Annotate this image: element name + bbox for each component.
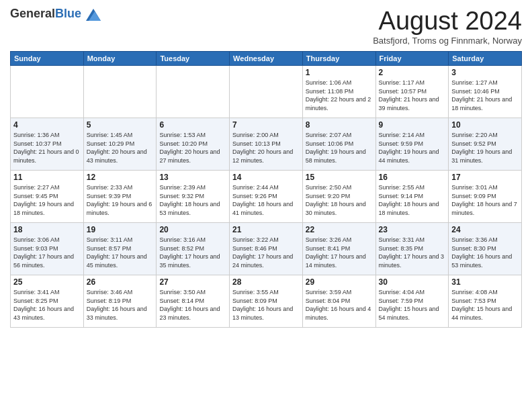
table-row: 4Sunrise: 1:36 AMSunset: 10:37 PMDayligh…	[11, 118, 84, 171]
day-number: 20	[159, 225, 226, 234]
day-number: 5	[87, 120, 154, 130]
table-row: 1Sunrise: 1:06 AMSunset: 11:08 PMDayligh…	[302, 66, 375, 118]
table-row	[230, 66, 303, 118]
calendar-header-row: SundayMondayTuesdayWednesdayThursdayFrid…	[11, 52, 522, 66]
day-number: 27	[159, 277, 226, 287]
day-info: Sunrise: 1:45 AMSunset: 10:29 PMDaylight…	[87, 131, 154, 165]
day-info: Sunrise: 2:20 AMSunset: 9:52 PMDaylight:…	[451, 131, 519, 165]
table-row: 23Sunrise: 3:31 AMSunset: 8:35 PMDayligh…	[375, 223, 449, 275]
day-info: Sunrise: 2:55 AMSunset: 9:14 PMDaylight:…	[379, 183, 446, 217]
logo-icon	[86, 9, 101, 21]
day-number: 26	[87, 277, 154, 287]
day-number: 23	[379, 225, 446, 234]
day-number: 24	[451, 225, 519, 234]
header-sunday: Sunday	[11, 52, 84, 66]
header-saturday: Saturday	[449, 52, 522, 66]
day-number: 1	[306, 68, 373, 77]
day-number: 28	[232, 277, 300, 287]
day-number: 10	[451, 120, 519, 130]
day-number: 31	[451, 277, 519, 287]
day-info: Sunrise: 3:36 AMSunset: 8:30 PMDaylight:…	[451, 236, 519, 269]
header-tuesday: Tuesday	[157, 52, 230, 66]
table-row: 29Sunrise: 3:59 AMSunset: 8:04 PMDayligh…	[302, 275, 375, 328]
day-info: Sunrise: 3:26 AMSunset: 8:41 PMDaylight:…	[306, 236, 373, 269]
day-number: 21	[232, 225, 300, 234]
table-row: 20Sunrise: 3:16 AMSunset: 8:52 PMDayligh…	[157, 223, 230, 275]
table-row: 22Sunrise: 3:26 AMSunset: 8:41 PMDayligh…	[302, 223, 375, 275]
day-number: 11	[13, 173, 81, 182]
day-info: Sunrise: 2:14 AMSunset: 9:59 PMDaylight:…	[379, 131, 446, 165]
location-title: Batsfjord, Troms og Finnmark, Norway	[373, 36, 522, 46]
day-info: Sunrise: 3:46 AMSunset: 8:19 PMDaylight:…	[87, 288, 154, 322]
day-info: Sunrise: 2:00 AMSunset: 10:13 PMDaylight…	[232, 131, 300, 165]
day-info: Sunrise: 3:01 AMSunset: 9:09 PMDaylight:…	[451, 183, 519, 217]
table-row: 9Sunrise: 2:14 AMSunset: 9:59 PMDaylight…	[375, 118, 449, 171]
table-row: 19Sunrise: 3:11 AMSunset: 8:57 PMDayligh…	[83, 223, 157, 275]
calendar-week-1: 1Sunrise: 1:06 AMSunset: 11:08 PMDayligh…	[11, 66, 522, 118]
day-info: Sunrise: 3:55 AMSunset: 8:09 PMDaylight:…	[232, 288, 300, 322]
header-wednesday: Wednesday	[230, 52, 303, 66]
day-number: 19	[87, 225, 154, 234]
header-friday: Friday	[375, 52, 449, 66]
day-number: 22	[306, 225, 373, 234]
table-row: 15Sunrise: 2:50 AMSunset: 9:20 PMDayligh…	[302, 171, 375, 223]
table-row: 21Sunrise: 3:22 AMSunset: 8:46 PMDayligh…	[230, 223, 303, 275]
day-info: Sunrise: 3:22 AMSunset: 8:46 PMDaylight:…	[232, 236, 300, 269]
day-number: 8	[306, 120, 373, 130]
day-info: Sunrise: 2:44 AMSunset: 9:26 PMDaylight:…	[232, 183, 300, 217]
table-row: 28Sunrise: 3:55 AMSunset: 8:09 PMDayligh…	[230, 275, 303, 328]
table-row: 7Sunrise: 2:00 AMSunset: 10:13 PMDayligh…	[230, 118, 303, 171]
table-row: 3Sunrise: 1:27 AMSunset: 10:46 PMDayligh…	[449, 66, 522, 118]
calendar-table: SundayMondayTuesdayWednesdayThursdayFrid…	[10, 51, 522, 328]
day-number: 17	[451, 173, 519, 182]
day-info: Sunrise: 1:53 AMSunset: 10:20 PMDaylight…	[159, 131, 226, 165]
calendar-week-5: 25Sunrise: 3:41 AMSunset: 8:25 PMDayligh…	[11, 275, 522, 328]
table-row: 11Sunrise: 2:27 AMSunset: 9:45 PMDayligh…	[11, 171, 84, 223]
calendar-week-3: 11Sunrise: 2:27 AMSunset: 9:45 PMDayligh…	[11, 171, 522, 223]
day-info: Sunrise: 2:27 AMSunset: 9:45 PMDaylight:…	[13, 183, 81, 217]
day-info: Sunrise: 1:27 AMSunset: 10:46 PMDaylight…	[451, 79, 519, 112]
day-info: Sunrise: 2:50 AMSunset: 9:20 PMDaylight:…	[306, 183, 373, 217]
day-number: 2	[379, 68, 446, 77]
day-number: 30	[379, 277, 446, 287]
day-info: Sunrise: 2:07 AMSunset: 10:06 PMDaylight…	[306, 131, 373, 165]
day-number: 4	[13, 120, 81, 130]
day-info: Sunrise: 1:36 AMSunset: 10:37 PMDaylight…	[13, 131, 81, 165]
logo-blue-text: Blue	[55, 7, 81, 20]
title-area: August 2024 Batsfjord, Troms og Finnmark…	[373, 7, 522, 46]
day-info: Sunrise: 2:39 AMSunset: 9:32 PMDaylight:…	[159, 183, 226, 217]
table-row: 10Sunrise: 2:20 AMSunset: 9:52 PMDayligh…	[449, 118, 522, 171]
month-title: August 2024	[373, 7, 522, 36]
table-row: 27Sunrise: 3:50 AMSunset: 8:14 PMDayligh…	[157, 275, 230, 328]
table-row: 13Sunrise: 2:39 AMSunset: 9:32 PMDayligh…	[157, 171, 230, 223]
table-row: 14Sunrise: 2:44 AMSunset: 9:26 PMDayligh…	[230, 171, 303, 223]
table-row: 26Sunrise: 3:46 AMSunset: 8:19 PMDayligh…	[83, 275, 157, 328]
table-row	[11, 66, 84, 118]
header-thursday: Thursday	[302, 52, 375, 66]
day-number: 16	[379, 173, 446, 182]
table-row: 6Sunrise: 1:53 AMSunset: 10:20 PMDayligh…	[157, 118, 230, 171]
day-info: Sunrise: 4:08 AMSunset: 7:53 PMDaylight:…	[451, 288, 519, 322]
day-number: 6	[159, 120, 226, 130]
day-info: Sunrise: 3:41 AMSunset: 8:25 PMDaylight:…	[13, 288, 81, 322]
day-info: Sunrise: 3:11 AMSunset: 8:57 PMDaylight:…	[87, 236, 154, 269]
table-row: 25Sunrise: 3:41 AMSunset: 8:25 PMDayligh…	[11, 275, 84, 328]
day-number: 25	[13, 277, 81, 287]
day-number: 9	[379, 120, 446, 130]
day-number: 18	[13, 225, 81, 234]
header-monday: Monday	[83, 52, 157, 66]
day-info: Sunrise: 4:04 AMSunset: 7:59 PMDaylight:…	[379, 288, 446, 322]
table-row: 17Sunrise: 3:01 AMSunset: 9:09 PMDayligh…	[449, 171, 522, 223]
table-row: 8Sunrise: 2:07 AMSunset: 10:06 PMDayligh…	[302, 118, 375, 171]
logo-general-text: General	[10, 7, 55, 20]
table-row: 30Sunrise: 4:04 AMSunset: 7:59 PMDayligh…	[375, 275, 449, 328]
day-info: Sunrise: 3:06 AMSunset: 9:03 PMDaylight:…	[13, 236, 81, 269]
table-row: 12Sunrise: 2:33 AMSunset: 9:39 PMDayligh…	[83, 171, 157, 223]
table-row: 31Sunrise: 4:08 AMSunset: 7:53 PMDayligh…	[449, 275, 522, 328]
calendar-week-2: 4Sunrise: 1:36 AMSunset: 10:37 PMDayligh…	[11, 118, 522, 171]
logo: GeneralBlue	[10, 7, 101, 21]
table-row: 2Sunrise: 1:17 AMSunset: 10:57 PMDayligh…	[375, 66, 449, 118]
day-number: 13	[159, 173, 226, 182]
day-number: 29	[306, 277, 373, 287]
day-info: Sunrise: 3:59 AMSunset: 8:04 PMDaylight:…	[306, 288, 373, 322]
